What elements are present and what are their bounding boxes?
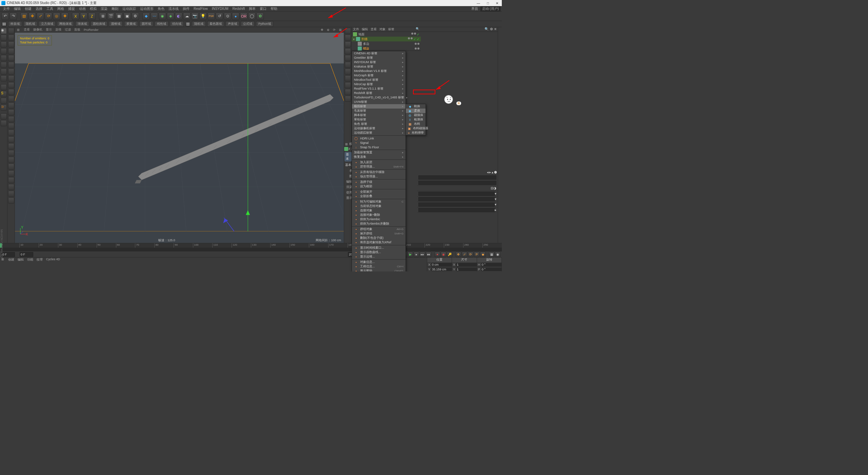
coord-system-button[interactable]: ⊞ bbox=[99, 13, 106, 20]
context-menu-item[interactable]: NitroCap 标签▸ bbox=[352, 82, 406, 87]
opt2-button[interactable]: OR bbox=[240, 13, 248, 20]
menu-redshift[interactable]: Redshift bbox=[231, 7, 247, 11]
key-options-button[interactable]: 🔑 bbox=[447, 252, 452, 257]
context-menu-item[interactable]: ◯HDRI Link bbox=[352, 136, 406, 140]
close-panel-icon[interactable]: ≡ bbox=[494, 27, 496, 32]
field-tab[interactable]: 公式域 bbox=[241, 21, 255, 27]
timeline-current-field[interactable] bbox=[20, 252, 33, 257]
misc-button[interactable] bbox=[1, 120, 7, 126]
object-item-helix[interactable]: 螺旋 bbox=[352, 46, 421, 51]
submenu-detector[interactable]: ◊检测体 bbox=[406, 117, 426, 122]
attr-field[interactable] bbox=[418, 181, 496, 185]
context-menu-item[interactable]: Greebler 标签▸ bbox=[352, 56, 406, 60]
object-item-polygon[interactable]: 多边 bbox=[352, 41, 421, 46]
context-menu-item[interactable]: CINEMA 4D 标签▸ bbox=[352, 51, 406, 56]
nav-up-icon[interactable]: ▴ bbox=[492, 170, 493, 174]
palette-button[interactable] bbox=[8, 69, 14, 75]
menu-pipeline[interactable]: 流水线 bbox=[167, 6, 180, 11]
palette-button[interactable] bbox=[8, 197, 14, 204]
vp-nav-icon[interactable]: ✥ bbox=[321, 28, 323, 32]
vp-menu-prorender[interactable]: ProRender bbox=[84, 28, 99, 32]
context-menu-item[interactable]: ↓Snap To Floor bbox=[352, 145, 406, 149]
render-settings-button[interactable]: ⚙ bbox=[132, 13, 139, 20]
attr-field[interactable] bbox=[418, 208, 495, 212]
field-tab[interactable]: 网格体域 bbox=[57, 21, 74, 27]
next-key-button[interactable]: ▸▸ bbox=[420, 252, 425, 257]
uv-mode-button[interactable] bbox=[1, 69, 7, 75]
om-menu-view[interactable]: 查看 bbox=[371, 27, 377, 32]
key-rot-button[interactable]: ⟳ bbox=[468, 252, 473, 257]
context-menu-item[interactable]: 恢复选集▸ bbox=[352, 155, 406, 159]
nurbs-button[interactable]: ◉ bbox=[159, 13, 166, 20]
vp-nav-icon[interactable]: ⊞ bbox=[339, 28, 342, 32]
attr-tab-basic[interactable]: 基本 bbox=[344, 152, 352, 162]
palette-button[interactable] bbox=[8, 184, 14, 190]
reset-button[interactable]: ↺ bbox=[216, 13, 223, 20]
om-menu-object[interactable]: 对象 bbox=[379, 27, 386, 32]
field-icon2[interactable]: ▥ bbox=[185, 22, 191, 26]
poly-mode-button[interactable] bbox=[1, 62, 7, 68]
palette-button[interactable] bbox=[8, 164, 14, 170]
light-button[interactable]: 💡 bbox=[199, 13, 207, 20]
autokey-button[interactable]: ◉ bbox=[441, 252, 446, 257]
context-menu-item[interactable]: Redshift 标签▸ bbox=[352, 91, 406, 95]
nav-next-icon[interactable]: ▸ bbox=[489, 170, 491, 174]
context-menu-item[interactable]: RealFlow V3.1.1 标签▸ bbox=[352, 87, 406, 91]
render-picture-button[interactable]: ▣ bbox=[123, 13, 131, 20]
context-menu-item[interactable]: ▪设为根部 bbox=[352, 184, 406, 189]
field-tab[interactable]: 随机域 bbox=[23, 21, 37, 27]
submenu-collider[interactable]: ◎碰撞体 bbox=[406, 113, 426, 117]
vp-tool-button[interactable] bbox=[345, 75, 351, 81]
context-menu-item[interactable]: ▪从所有场次中移除 bbox=[352, 170, 406, 174]
context-menu-item[interactable]: ▪连接对象 bbox=[352, 208, 406, 213]
mat-menu-function[interactable]: 功能 bbox=[27, 258, 33, 262]
timeline-start-field[interactable] bbox=[1, 252, 15, 257]
submenu-cloth[interactable]: ▦布料 bbox=[406, 122, 426, 126]
edge-mode-button[interactable] bbox=[1, 55, 7, 61]
field-tab[interactable]: 径向域 bbox=[170, 21, 184, 27]
context-menu-item[interactable]: 运动摄像机标签▸ bbox=[352, 126, 406, 131]
menu-simulate[interactable]: 模拟 bbox=[88, 6, 98, 11]
menu-insydium[interactable]: INSYDIUM bbox=[210, 7, 230, 11]
attr-field[interactable] bbox=[418, 175, 496, 179]
submenu-cloth-belt[interactable]: ≡布料绑带 bbox=[406, 131, 426, 135]
vp-tool-button[interactable] bbox=[345, 48, 351, 54]
attr-icon[interactable] bbox=[344, 147, 348, 151]
nav-prev-icon[interactable]: ◂ bbox=[487, 170, 489, 174]
attr-field[interactable] bbox=[418, 203, 495, 207]
record-button[interactable]: ● bbox=[435, 252, 440, 257]
axis-y-button[interactable]: Y bbox=[80, 13, 87, 20]
coord-value-field[interactable]: 0 ° bbox=[481, 263, 501, 266]
menu-script[interactable]: 脚本 bbox=[247, 6, 257, 11]
snap-button[interactable]: S bbox=[1, 91, 7, 97]
vp-tool-button[interactable] bbox=[345, 89, 351, 95]
vp-menu-display[interactable]: 显示 bbox=[46, 27, 52, 32]
mat-menu-create[interactable]: 创建 bbox=[8, 258, 14, 262]
model-mode-button[interactable]: ◉ bbox=[1, 28, 7, 34]
center-button[interactable]: ⊙ bbox=[224, 13, 231, 20]
vp-tool-button[interactable] bbox=[345, 69, 351, 75]
palette-button[interactable] bbox=[8, 116, 14, 122]
vp-tool-button[interactable] bbox=[345, 55, 351, 61]
scale-tool-button[interactable]: ⤢ bbox=[37, 13, 44, 20]
context-menu-item[interactable]: ▪显示帮助...Ctrl+F1 bbox=[352, 269, 406, 271]
menu-select[interactable]: 选择 bbox=[34, 6, 44, 11]
locked-button[interactable] bbox=[1, 113, 7, 119]
menu-sculpt[interactable]: 雕刻 bbox=[110, 6, 120, 11]
mat-menu-texture[interactable]: 纹理 bbox=[37, 258, 43, 262]
timeline-ruler[interactable]: 0102030405060708090100110120130140150160… bbox=[0, 243, 502, 248]
menu-tools[interactable]: 工具 bbox=[45, 6, 55, 11]
context-menu-item[interactable]: Krakatoa 标签▸ bbox=[352, 64, 406, 69]
timeline-track[interactable] bbox=[0, 248, 502, 251]
attr-field[interactable] bbox=[418, 197, 495, 201]
context-menu-item[interactable]: ▪当前状态转对象 bbox=[352, 204, 406, 208]
context-menu-item[interactable]: ▪烘焙为Alembic bbox=[352, 217, 406, 222]
redo-button[interactable]: ↷ bbox=[9, 13, 17, 20]
key-pla-button[interactable]: ◆ bbox=[480, 252, 486, 257]
field-tab[interactable]: 胶囊域 bbox=[124, 21, 138, 27]
simulation-tags-submenu[interactable]: ◆刚体 ◉柔体 ◎碰撞体 ◊检测体 ▦布料 ▣布料碰撞器 ≡布料绑带 bbox=[406, 104, 426, 135]
deformer-button[interactable]: ◐ bbox=[175, 13, 182, 20]
context-menu-item[interactable]: ~Signal bbox=[352, 140, 406, 145]
context-menu-item[interactable]: ▪群组对象Alt+G bbox=[352, 227, 406, 231]
filter-icon[interactable]: ⚙ bbox=[490, 27, 493, 32]
